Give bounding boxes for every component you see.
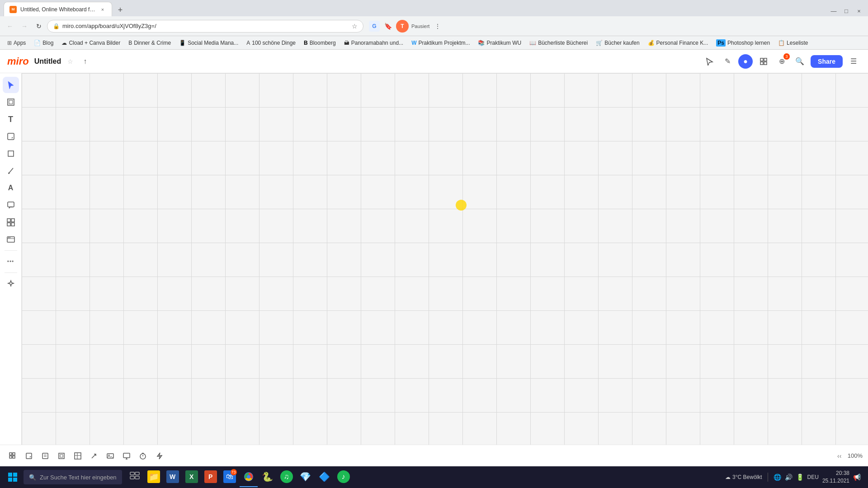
app-button-1[interactable]: 🐍 — [259, 467, 277, 487]
bookmark-photoshop[interactable]: Ps Photoshop lernen — [712, 38, 774, 47]
bookmark-canva[interactable]: ☁ Cload + Canva Bilder — [58, 39, 124, 47]
more-tools-button[interactable]: ••• — [3, 253, 19, 270]
word-button[interactable]: W — [164, 467, 182, 487]
task-view-button[interactable] — [126, 467, 144, 487]
browser-menu-button[interactable]: ⋮ — [432, 21, 443, 32]
export-button[interactable]: ↑ — [79, 55, 91, 68]
address-input[interactable]: 🔒 miro.com/app/board/uXjVOf8yZ3g=/ ☆ — [47, 20, 363, 33]
bookmark-finance[interactable]: 💰 Personal Finance K... — [644, 39, 712, 47]
svg-rect-1 — [764, 58, 767, 61]
battery-icon[interactable]: 🔋 — [796, 474, 804, 481]
task-view-icon — [128, 470, 141, 483]
bookmark-blog[interactable]: 📄 Blog — [30, 39, 57, 47]
app-button-4[interactable]: ♪ — [335, 467, 353, 487]
new-tab-button[interactable]: + — [114, 4, 127, 16]
notification-button[interactable]: ⊕ 3 — [774, 54, 789, 69]
bookmark-icon[interactable]: ☆ — [352, 23, 358, 30]
back-button[interactable]: ← — [4, 20, 16, 33]
spotify-button[interactable]: ♫ — [278, 467, 296, 487]
arrow-button[interactable] — [87, 449, 101, 463]
svg-point-48 — [247, 475, 250, 479]
frame-button[interactable] — [54, 449, 69, 463]
forward-button[interactable]: → — [18, 20, 31, 33]
minimize-button[interactable]: — — [828, 5, 839, 16]
sticky-button[interactable] — [22, 449, 36, 463]
bookmark-bucher[interactable]: 📖 Bücherliste Bücherei — [526, 39, 591, 47]
miro-main: T — [0, 73, 868, 445]
close-button[interactable]: × — [854, 5, 864, 16]
tab-title: Untitled, Online Whiteboard for... — [20, 6, 95, 13]
layout-icon[interactable] — [756, 54, 771, 69]
select-tool-icon[interactable] — [702, 54, 717, 69]
dots-icon: ••• — [7, 258, 14, 265]
select-tool-button[interactable] — [3, 77, 19, 93]
bookmark-wu[interactable]: 📚 Praktikum WU — [474, 39, 525, 47]
svg-rect-44 — [135, 472, 139, 475]
frames-tool-button[interactable] — [3, 94, 19, 110]
screen-button[interactable] — [119, 449, 134, 463]
file-explorer-button[interactable]: 📁 — [145, 467, 163, 487]
chrome-button[interactable] — [240, 467, 258, 487]
bookmark-100[interactable]: A 100 schöne Dinge — [243, 39, 299, 47]
profile-button[interactable]: T — [396, 20, 409, 33]
text-tool-button[interactable]: T — [3, 111, 19, 127]
star-icon[interactable]: ☆ — [67, 58, 73, 65]
system-clock[interactable]: 20:38 25.11.2021 — [822, 469, 849, 485]
volume-icon[interactable]: 🔊 — [785, 474, 793, 481]
taskbar-search-box[interactable]: 🔍 Zur Suche Text hier eingeben — [24, 470, 122, 484]
timer-button[interactable] — [136, 449, 150, 463]
bookmark-social[interactable]: 📱 Social Media Mana... — [175, 39, 242, 47]
notification-center-icon[interactable]: 📢 — [853, 474, 861, 481]
store-button[interactable]: 🛍 73 — [221, 467, 239, 487]
active-user-avatar[interactable]: ● — [738, 54, 753, 69]
bookmark-label: Bücher kaufen — [604, 40, 639, 46]
image-button[interactable] — [103, 449, 118, 463]
bookmark-dinner[interactable]: B Dinner & Crime — [125, 39, 175, 47]
profile-name: Pausiert — [411, 23, 429, 29]
pen-tool-button[interactable] — [3, 163, 19, 179]
panels-menu-button[interactable]: ☰ — [846, 54, 861, 69]
extension-icon-1[interactable]: G — [369, 21, 380, 32]
svg-rect-46 — [135, 476, 139, 479]
embed-tool-button[interactable] — [3, 231, 19, 248]
marker-tool-button[interactable]: A — [3, 180, 19, 196]
refresh-button[interactable]: ↻ — [33, 20, 45, 33]
bolt-button[interactable] — [152, 449, 166, 463]
bookmark-panorama[interactable]: 🏔 Panoramabahn und... — [340, 39, 407, 47]
miro-logo[interactable]: miro — [7, 56, 29, 67]
table-button[interactable] — [71, 449, 85, 463]
search-button[interactable]: 🔍 — [793, 54, 807, 69]
bookmarks-apps[interactable]: ⊞ Apps — [4, 39, 29, 47]
magic-tool-button[interactable] — [3, 276, 19, 292]
bookmark-kaufen[interactable]: 🛒 Bücher kaufen — [592, 39, 643, 47]
active-tab[interactable]: M Untitled, Online Whiteboard for... × — [4, 2, 112, 16]
app-button-3[interactable]: 🔷 — [316, 467, 334, 487]
collab-pencil-icon[interactable]: ✎ — [720, 54, 735, 69]
collapse-panel-button[interactable]: ‹‹ — [833, 450, 846, 462]
bookmark-bloomberg[interactable]: B Bloomberg — [300, 39, 340, 47]
maximize-button[interactable]: □ — [841, 5, 852, 16]
svg-rect-13 — [11, 223, 14, 226]
network-icon[interactable]: 🌐 — [774, 474, 781, 481]
note-button[interactable] — [38, 449, 52, 463]
bookmark-label: Praktikum WU — [486, 40, 521, 46]
excel-button[interactable]: X — [183, 467, 201, 487]
windows-start-button[interactable] — [4, 468, 22, 486]
canvas-area[interactable] — [22, 73, 868, 445]
comment-tool-button[interactable] — [3, 197, 19, 213]
ps-icon: Ps — [716, 39, 726, 47]
board-title[interactable]: Untitled — [34, 57, 61, 66]
sticky-note-tool-button[interactable] — [3, 128, 19, 145]
extension-icon-2[interactable]: 🔖 — [382, 21, 393, 32]
tab-close-button[interactable]: × — [99, 6, 106, 13]
shapes-tool-button[interactable] — [3, 145, 19, 162]
taskbar-search-placeholder: Zur Suche Text hier eingeben — [40, 474, 117, 481]
windows-logo-icon — [8, 472, 18, 482]
bookmark-praktikum[interactable]: W Praktikum Projektm... — [408, 39, 473, 47]
powerpoint-button[interactable]: P — [202, 467, 220, 487]
add-tool-button[interactable] — [3, 214, 19, 230]
bookmark-leseliste[interactable]: 📋 Leseliste — [774, 39, 811, 47]
share-button[interactable]: Share — [811, 55, 843, 68]
grid-toggle-button[interactable] — [5, 449, 20, 463]
app-button-2[interactable]: 💎 — [297, 467, 315, 487]
